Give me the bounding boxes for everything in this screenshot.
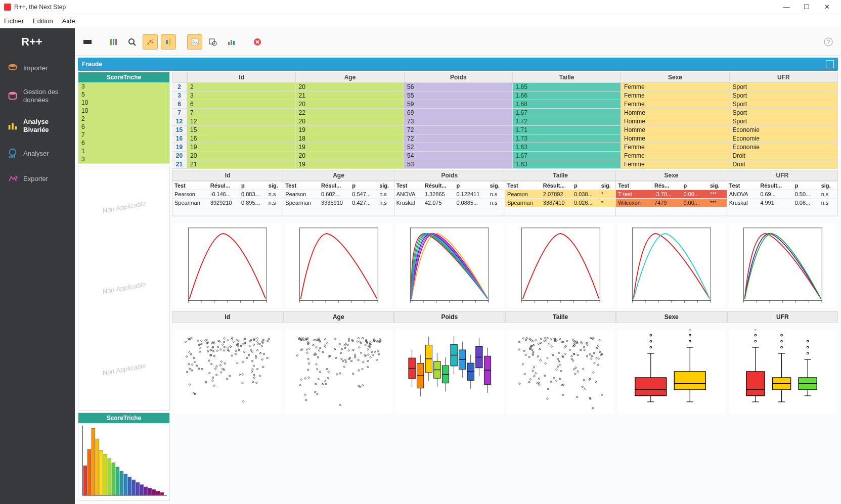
svg-point-548: [569, 349, 570, 350]
tool-columns-icon[interactable]: [106, 34, 121, 50]
window-maximize-button[interactable]: ☐: [796, 0, 817, 14]
svg-point-533: [574, 367, 576, 369]
scoretriche-cell[interactable]: 1: [78, 147, 169, 155]
table-row[interactable]: 2220561.65FemmeSport: [172, 83, 838, 91]
cell: 53: [404, 160, 513, 169]
density-chart[interactable]: [727, 221, 838, 309]
density-chart[interactable]: [505, 221, 616, 309]
table-row[interactable]: 121220731.72HommeSport: [172, 117, 838, 126]
svg-point-513: [525, 354, 526, 355]
column-header[interactable]: Age: [283, 311, 394, 323]
summary-chart[interactable]: [616, 328, 727, 416]
density-chart[interactable]: [616, 221, 727, 309]
column-header[interactable]: UFR: [727, 311, 838, 323]
sidebar-item-exporter[interactable]: Exporter: [0, 166, 75, 191]
column-header[interactable]: Taille: [505, 311, 616, 323]
menu-aide[interactable]: Aide: [62, 17, 75, 25]
density-chart[interactable]: [394, 221, 505, 309]
column-header[interactable]: Age: [296, 72, 404, 83]
stat-block: TestRésult...psig.ANOVA0.69...0.50...n.s…: [727, 181, 838, 216]
column-header[interactable]: Poids: [394, 170, 505, 181]
scoretriche-cell[interactable]: 10: [78, 99, 169, 107]
sidebar-item-bivariee[interactable]: Analyse Bivariée: [0, 111, 75, 141]
svg-point-313: [336, 374, 337, 375]
column-header[interactable]: UFR: [730, 72, 838, 83]
tool-inspect-icon[interactable]: [205, 34, 220, 50]
tool-scatter-icon[interactable]: [143, 34, 158, 50]
table-row[interactable]: 202020541.67FemmeDroit: [172, 152, 838, 160]
column-header[interactable]: Id: [187, 72, 296, 83]
column-header[interactable]: Taille: [513, 72, 621, 83]
summary-chart[interactable]: [505, 328, 616, 416]
menu-edition[interactable]: Edition: [33, 17, 53, 25]
summary-chart[interactable]: [172, 328, 283, 416]
svg-rect-5: [15, 126, 17, 129]
toolbar: ?: [75, 28, 841, 56]
svg-point-426: [584, 389, 585, 390]
scoretriche-cell[interactable]: 3: [78, 155, 169, 163]
column-header[interactable]: Poids: [405, 72, 513, 83]
column-header[interactable]: Taille: [505, 170, 616, 181]
tool-layout-icon[interactable]: [80, 34, 95, 50]
density-chart[interactable]: [172, 221, 283, 309]
summary-chart[interactable]: [727, 328, 838, 416]
tool-zoom-icon[interactable]: [124, 34, 140, 50]
tool-clear-icon[interactable]: [250, 34, 265, 50]
column-header[interactable]: UFR: [727, 170, 838, 181]
sidebar-item-analyser[interactable]: Analyser: [0, 141, 75, 166]
menu-fichier[interactable]: Fichier: [4, 17, 24, 25]
scoretriche-cell[interactable]: 5: [78, 90, 169, 99]
column-header[interactable]: Id: [172, 311, 283, 323]
column-header[interactable]: Sexe: [616, 170, 727, 181]
table-row[interactable]: 161618721.73HommeEconomie: [172, 134, 838, 143]
sidebar-item-importer[interactable]: Importer: [0, 56, 75, 81]
table-row[interactable]: 7722691.67HommeSport: [172, 109, 838, 117]
svg-point-278: [324, 381, 326, 382]
column-header[interactable]: Id: [172, 170, 283, 181]
svg-point-271: [318, 350, 320, 351]
density-chart[interactable]: [283, 221, 394, 309]
svg-point-416: [546, 398, 548, 399]
tool-picture-icon[interactable]: [187, 34, 202, 50]
table-row[interactable]: 212119531.63FemmeDroit: [172, 160, 838, 169]
scoretriche-cell[interactable]: 6: [78, 139, 169, 147]
svg-point-148: [248, 354, 250, 356]
export-icon: [7, 173, 18, 184]
window-close-button[interactable]: ✕: [817, 0, 837, 14]
scoretriche-cell[interactable]: 2: [78, 115, 169, 123]
table-row[interactable]: 3321551.66FemmeSport: [172, 91, 838, 100]
scoretriche-cell[interactable]: 10: [78, 107, 169, 115]
svg-point-296: [358, 359, 359, 361]
svg-point-325: [300, 379, 302, 380]
svg-point-428: [592, 372, 594, 373]
table-row[interactable]: 191919521.63FemmeEconomie: [172, 143, 838, 152]
scoretriche-cell[interactable]: 3: [78, 82, 169, 90]
summary-chart[interactable]: [283, 328, 394, 416]
summary-chart[interactable]: [394, 328, 505, 416]
column-header[interactable]: Sexe: [621, 72, 729, 83]
column-header[interactable]: Sexe: [616, 311, 727, 323]
sidebar-item-gestion[interactable]: Gestion des données: [0, 81, 75, 111]
table-row[interactable]: 151519721.71HommeEconomie: [172, 126, 838, 134]
svg-point-131: [261, 346, 262, 347]
svg-point-207: [249, 345, 250, 347]
panel-maximize-icon[interactable]: [826, 60, 834, 68]
svg-point-507: [547, 388, 549, 390]
svg-point-440: [577, 354, 578, 356]
scoretriche-cell[interactable]: 6: [78, 123, 169, 131]
column-header[interactable]: Age: [283, 170, 394, 181]
svg-rect-51: [160, 492, 164, 495]
tool-boxplot-icon[interactable]: [161, 34, 176, 50]
tool-help-icon[interactable]: ?: [821, 34, 836, 50]
scoretriche-cell[interactable]: 7: [78, 131, 169, 139]
svg-point-540: [539, 348, 540, 350]
svg-point-330: [305, 399, 307, 401]
cell: 72: [404, 134, 513, 143]
column-header[interactable]: Poids: [394, 311, 505, 323]
table-row[interactable]: 6620591.68FemmeSport: [172, 100, 838, 109]
tool-barchart-icon[interactable]: [224, 34, 239, 50]
svg-point-282: [348, 338, 349, 340]
svg-point-233: [194, 393, 196, 395]
window-minimize-button[interactable]: —: [776, 0, 796, 14]
svg-line-15: [134, 43, 136, 45]
